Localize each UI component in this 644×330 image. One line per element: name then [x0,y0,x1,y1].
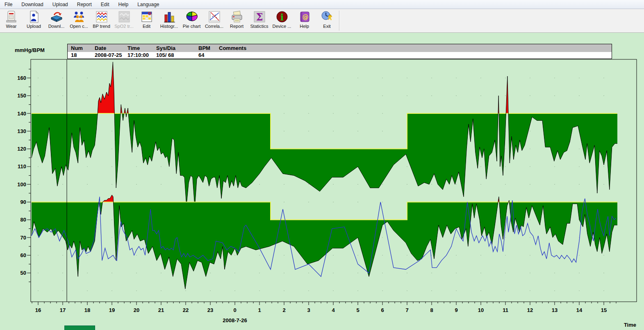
svg-text:14: 14 [576,307,583,313]
column-header-bpm: BPM [195,44,216,52]
cell-bpm: 64 [195,52,216,59]
svg-text:50: 50 [20,270,26,276]
table-row[interactable]: 18 2008-07-25 17:10:00 105/ 68 64 [68,52,612,59]
svg-text:16: 16 [35,307,41,313]
cell-sysdia: 105/ 68 [153,52,195,59]
svg-text:70: 70 [20,235,26,241]
svg-text:90: 90 [20,199,26,205]
svg-text:110: 110 [18,163,26,170]
svg-text:5: 5 [356,307,359,313]
svg-text:13: 13 [552,307,558,313]
svg-text:19: 19 [109,307,115,313]
svg-text:130: 130 [17,128,26,134]
measurement-table: Num Date Time Sys/Dia BPM Comments 18 20… [67,44,612,59]
svg-text:9: 9 [455,307,457,313]
svg-text:20: 20 [134,307,139,313]
svg-text:11: 11 [503,307,508,313]
svg-text:60: 60 [20,252,26,258]
column-header-sysdia: Sys/Dia [153,44,195,52]
column-header-date: Date [91,44,124,52]
cell-num: 18 [68,52,91,59]
x-axis-date-label: 2008-7-26 [223,317,247,323]
svg-text:18: 18 [84,307,90,313]
cell-comments [216,52,612,59]
svg-text:23: 23 [207,307,213,313]
svg-text:160: 160 [17,75,26,81]
svg-text:4: 4 [332,307,335,313]
cell-date: 2008-07-25 [91,52,124,59]
svg-text:140: 140 [17,111,26,117]
x-axis-time-label: Time [624,322,636,328]
svg-text:12: 12 [527,307,533,313]
column-header-num: Num [68,44,91,52]
svg-text:100: 100 [17,181,26,188]
y-axis-unit-label: mmHg/BPM [15,47,45,53]
svg-text:0: 0 [233,307,236,313]
svg-text:3: 3 [307,307,310,313]
svg-text:1: 1 [258,307,261,313]
column-header-time: Time [124,44,153,52]
measurement-table-header: Num Date Time Sys/Dia BPM Comments [68,44,612,52]
svg-text:21: 21 [158,307,164,313]
svg-text:15: 15 [601,307,607,313]
svg-text:6: 6 [381,307,384,313]
legend-swatch [64,325,95,330]
cell-time: 17:10:00 [124,52,153,59]
svg-text:8: 8 [430,307,433,313]
svg-text:120: 120 [17,146,26,152]
svg-text:80: 80 [20,217,26,223]
svg-text:22: 22 [183,307,189,313]
svg-text:17: 17 [60,307,66,313]
svg-text:10: 10 [478,307,484,313]
column-header-comments: Comments [216,44,612,52]
svg-text:7: 7 [405,307,408,313]
svg-text:2: 2 [282,307,285,313]
svg-text:150: 150 [17,93,26,99]
